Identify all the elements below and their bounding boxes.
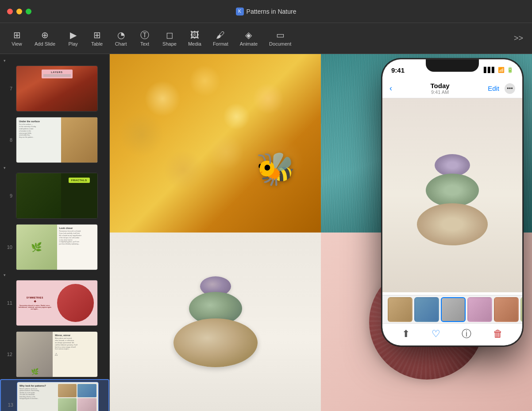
slide-thumb-12[interactable]: 🌿 Mirror, mirror Many plants and several… [16, 331, 98, 377]
filmstrip-thumb-2[interactable] [414, 297, 439, 322]
nav-title-sub: 9:41 AM [431, 89, 450, 95]
slide-group-9: ▾ 9 FRACTALS [0, 165, 109, 221]
toolbar-document-label: Document [269, 41, 291, 47]
urchin-stack-art [173, 276, 258, 367]
slide-item-11[interactable]: 11 SYMMETRIES ✦ Symmetries abound in nat… [0, 278, 109, 328]
filmstrip-thumb-1[interactable] [388, 297, 412, 322]
chevron-icon-11: ▾ [4, 273, 6, 277]
slide-thumb-9[interactable]: FRACTALS [16, 173, 98, 219]
nav-title-text: Today [431, 82, 450, 89]
status-icons: ▋▋▋ 📶 🔋 [484, 67, 513, 73]
phone-filmstrip[interactable] [382, 295, 522, 323]
more-button[interactable]: ••• [505, 83, 515, 94]
slide-group-header-11: ▾ [0, 272, 109, 278]
filmstrip-thumb-3[interactable] [441, 297, 466, 322]
slide-group-header-7: ▾ [0, 58, 109, 64]
toolbar-format-label: Format [213, 41, 228, 47]
toolbar-document[interactable]: ▭ Document [264, 28, 297, 49]
toolbar-table[interactable]: ⊞ Table [85, 28, 108, 49]
phone-urchin-top [435, 154, 470, 176]
minimize-button[interactable] [16, 8, 22, 14]
slide-thumb-13[interactable]: Why look for patterns? Nature's patterns… [17, 382, 99, 411]
phone-screen: 9:41 ▋▋▋ 📶 🔋 ‹ Today 9:41 AM [382, 59, 522, 345]
phone-urchin-bot [417, 203, 488, 245]
document-icon: ▭ [276, 31, 285, 39]
filmstrip-thumb-6[interactable] [520, 297, 522, 322]
phone-frame: 9:41 ▋▋▋ 📶 🔋 ‹ Today 9:41 AM [382, 58, 523, 346]
edit-button[interactable]: Edit [488, 85, 499, 92]
toolbar: ⊞ View ⊕ Add Slide ▶ Play ⊞ Table ◔ Char… [0, 23, 532, 54]
toolbar-text-label: Text [140, 41, 149, 47]
toolbar-animate[interactable]: ◈ Animate [235, 28, 263, 49]
window-title: K Patterns in Nature [236, 8, 297, 16]
favorite-icon[interactable]: ♡ [432, 328, 440, 340]
slide-item-13[interactable]: 13 Why look for patterns? Nature's patte… [0, 379, 109, 411]
close-button[interactable] [7, 8, 13, 14]
urchin-stack-photo [110, 233, 321, 411]
share-icon[interactable]: ⬆ [402, 328, 410, 340]
view-icon: ⊞ [13, 31, 21, 39]
info-icon[interactable]: ⓘ [462, 327, 471, 341]
toolbar-play[interactable]: ▶ Play [62, 28, 85, 49]
toolbar-shape[interactable]: ◻ Shape [157, 28, 182, 49]
slide-group-header-9: ▾ [0, 165, 109, 171]
signal-icon: ▋▋▋ [484, 67, 496, 73]
toolbar-format[interactable]: 🖌 Format [208, 28, 234, 49]
slide-thumb-8[interactable]: Under the surface Go to the surface —on … [16, 117, 98, 163]
toolbar-media[interactable]: 🖼 Media [183, 28, 207, 49]
urchin-bot [173, 318, 258, 367]
status-time: 9:41 [391, 66, 405, 74]
filmstrip-thumb-5[interactable] [494, 297, 519, 322]
toolbar-view[interactable]: ⊞ View [5, 28, 28, 49]
canvas-cell-bee: 🐝 [110, 54, 321, 233]
nav-title-group: Today 9:41 AM [431, 82, 450, 95]
slide-number-13: 13 [4, 402, 13, 407]
toolbar-animate-label: Animate [240, 41, 258, 47]
slide-item-9[interactable]: 9 FRACTALS [0, 171, 109, 221]
toolbar-add-slide-label: Add Slide [35, 41, 55, 47]
slide-number-12: 12 [4, 352, 12, 357]
phone-urchin-large [417, 154, 488, 245]
toolbar-chart-label: Chart [115, 41, 127, 47]
phone-toolbar: ⬆ ♡ ⓘ 🗑 [382, 323, 522, 345]
slide-thumb-10[interactable]: 🌿 Look closer Romanesco broccoli is a fr… [16, 224, 98, 270]
toolbar-text[interactable]: Ⓣ Text [133, 28, 156, 49]
toolbar-view-label: View [12, 41, 22, 47]
toolbar-chart[interactable]: ◔ Chart [109, 28, 132, 49]
slide-group-7: ▾ 7 LAYERS [0, 58, 109, 113]
slide-item-12[interactable]: 12 🌿 Mirror, mirror Many plants and seve… [0, 330, 109, 379]
honeycomb-photo: 🐝 [110, 54, 321, 233]
slide-item-8[interactable]: 8 Under the surface Go to the surface —o… [0, 115, 109, 165]
slide-panel[interactable]: ▾ 7 LAYERS [0, 54, 110, 411]
toolbar-add-slide[interactable]: ⊕ Add Slide [29, 28, 61, 49]
back-button[interactable]: ‹ [389, 84, 392, 93]
canvas-cell-urchin-stack [110, 233, 321, 411]
window-controls [7, 8, 31, 14]
add-slide-icon: ⊕ [41, 31, 49, 39]
chart-icon: ◔ [117, 31, 125, 39]
wifi-icon: 📶 [498, 67, 505, 73]
slide-item-7[interactable]: 7 LAYERS [0, 64, 109, 113]
phone-nav-bar: ‹ Today 9:41 AM Edit ••• [382, 79, 522, 98]
toolbar-table-label: Table [91, 41, 103, 47]
phone-overlay: 9:41 ▋▋▋ 📶 🔋 ‹ Today 9:41 AM [382, 58, 523, 346]
slide-item-10[interactable]: 10 🌿 Look closer Romanesco broccoli is a… [0, 222, 109, 272]
animate-icon: ◈ [245, 31, 252, 39]
slide-number-8: 8 [4, 137, 12, 143]
bee-image: 🐝 [256, 150, 296, 188]
maximize-button[interactable] [26, 8, 31, 14]
slide-thumb-11[interactable]: SYMMETRIES ✦ Symmetries abound in nature… [16, 280, 98, 326]
delete-icon[interactable]: 🗑 [493, 328, 503, 340]
filmstrip-thumb-4[interactable] [467, 297, 492, 322]
chevron-down-icon: ▾ [4, 58, 6, 63]
slide-group-11: ▾ 11 SYMMETRIES ✦ Symmetries abound in n… [0, 272, 109, 328]
slide-number-10: 10 [4, 244, 12, 250]
phone-urchin-mid [426, 174, 479, 207]
phone-main-photo [382, 98, 522, 292]
shape-icon: ◻ [166, 31, 173, 39]
canvas-area[interactable]: 🐝 [110, 54, 532, 411]
play-icon: ▶ [70, 31, 77, 39]
toolbar-more-button[interactable]: >> [510, 31, 527, 46]
toolbar-shape-label: Shape [162, 41, 177, 47]
slide-thumb-7[interactable]: LAYERS [16, 66, 98, 112]
